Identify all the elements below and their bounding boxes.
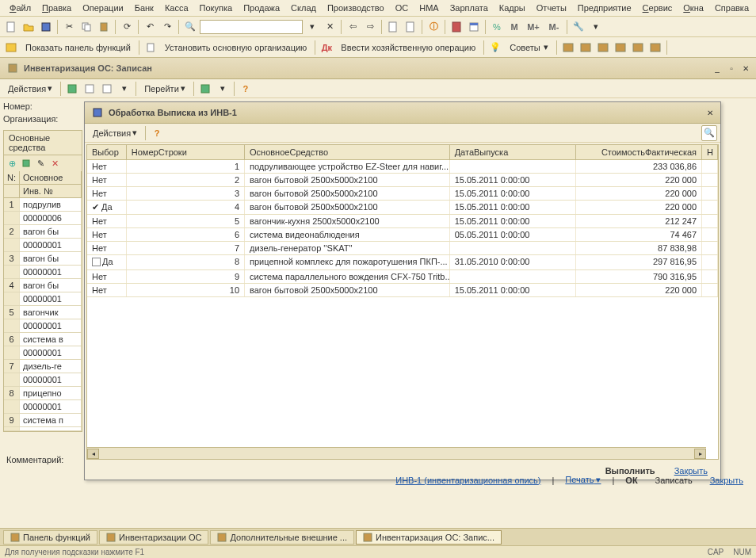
panel-icon[interactable] bbox=[3, 40, 19, 55]
table-row[interactable]: 9система п bbox=[4, 414, 82, 427]
table-row[interactable]: 8прицепно bbox=[4, 387, 82, 400]
table-row[interactable]: 00000001 bbox=[4, 319, 82, 333]
table-row[interactable]: 00000001 bbox=[4, 266, 82, 279]
dropdown-icon[interactable]: ▾ bbox=[304, 19, 320, 35]
undo-icon[interactable]: ↶ bbox=[142, 19, 158, 35]
add-icon[interactable]: ⊕ bbox=[6, 157, 18, 170]
menu-bank[interactable]: Банк bbox=[130, 2, 158, 14]
menu-edit[interactable]: Правка bbox=[37, 2, 76, 14]
grid-row[interactable]: Нет9система параллельного вождения CFX-7… bbox=[87, 270, 718, 284]
menu-file[interactable]: Файл bbox=[5, 2, 36, 14]
table-row[interactable] bbox=[4, 427, 82, 431]
mem-plus-icon[interactable]: M+ bbox=[524, 19, 543, 35]
save-icon[interactable] bbox=[38, 19, 54, 35]
actions-dropdown[interactable]: Действия ▾ bbox=[3, 82, 57, 95]
checklist-icon[interactable] bbox=[197, 81, 213, 97]
col-extra[interactable]: Н bbox=[702, 145, 718, 159]
menu-staff[interactable]: Кадры bbox=[494, 2, 530, 14]
doc2-icon[interactable] bbox=[403, 19, 418, 35]
nav-fwd-icon[interactable]: ⇨ bbox=[362, 19, 378, 35]
table-row[interactable]: 5вагончик bbox=[4, 306, 82, 319]
bulb-icon[interactable]: 💡 bbox=[487, 40, 503, 55]
col-asset[interactable]: ОсновноеСредство bbox=[245, 145, 450, 159]
maximize-button[interactable]: ▫ bbox=[726, 63, 737, 74]
grid-row[interactable]: ✔ Да4вагон бытовой 2500x5000x210015.05.2… bbox=[87, 201, 718, 215]
ext1-icon[interactable] bbox=[560, 40, 576, 55]
col-cost[interactable]: СтоимостьФактическая bbox=[576, 145, 702, 159]
delete-icon[interactable]: ✕ bbox=[48, 157, 61, 170]
dialog-close-button[interactable]: ✕ bbox=[704, 107, 716, 118]
menu-salary[interactable]: Зарплата bbox=[445, 2, 493, 14]
scroll-right-icon[interactable]: ▸ bbox=[694, 449, 706, 459]
menu-service[interactable]: Сервис bbox=[638, 2, 678, 14]
menu-nma[interactable]: НМА bbox=[414, 2, 443, 14]
org-icon[interactable] bbox=[143, 40, 158, 55]
table-row[interactable]: 1подрулив bbox=[4, 198, 82, 212]
cut-icon[interactable]: ✂ bbox=[61, 19, 77, 35]
ext5-icon[interactable] bbox=[630, 40, 646, 55]
menu-purchase[interactable]: Покупка bbox=[195, 2, 238, 14]
dropdown-icon[interactable]: ▾ bbox=[116, 81, 132, 97]
dropdown-icon[interactable]: ▾ bbox=[215, 81, 231, 97]
dropdown-icon[interactable]: ▾ bbox=[588, 19, 604, 35]
clear-icon[interactable]: ✕ bbox=[322, 19, 338, 35]
action1-icon[interactable] bbox=[64, 81, 80, 97]
save-button[interactable]: Записать bbox=[649, 474, 699, 487]
search-icon[interactable]: 🔍 bbox=[182, 19, 198, 35]
table-row[interactable]: 6система в bbox=[4, 333, 82, 346]
calc-icon[interactable] bbox=[449, 19, 464, 35]
inv1-link[interactable]: ИНВ-1 (инвентаризационная опись) bbox=[389, 474, 547, 487]
ext4-icon[interactable] bbox=[613, 40, 628, 55]
percent-icon[interactable]: % bbox=[489, 19, 505, 35]
mem-minus-icon[interactable]: M- bbox=[544, 19, 563, 35]
table-row[interactable]: 2вагон бы bbox=[4, 225, 82, 239]
col-select[interactable]: Выбор bbox=[87, 145, 127, 159]
paste-icon[interactable] bbox=[96, 19, 112, 35]
horizontal-scrollbar[interactable]: ◂ ▸ bbox=[87, 447, 706, 459]
grid-row[interactable]: Нет6система видеонаблюдения05.05.2011 0:… bbox=[87, 228, 718, 242]
taskbar-button[interactable]: Панель функций bbox=[3, 530, 97, 545]
tips-button[interactable]: Советы ▾ bbox=[505, 40, 552, 54]
table-row[interactable]: 3вагон бы bbox=[4, 252, 82, 266]
edit-icon[interactable]: ✎ bbox=[34, 157, 47, 170]
copy-icon[interactable] bbox=[78, 19, 94, 35]
tab-main-assets[interactable]: Основные средства bbox=[3, 130, 82, 155]
calendar-icon[interactable] bbox=[466, 19, 482, 35]
set-main-org-button[interactable]: Установить основную организацию bbox=[160, 41, 312, 54]
search2-icon[interactable]: 🔍 bbox=[701, 125, 717, 141]
scroll-left-icon[interactable]: ◂ bbox=[87, 449, 99, 459]
mem-icon[interactable]: M bbox=[506, 19, 522, 35]
grid-row[interactable]: Нет7дизель-генератор ''SKAT''87 838,98 bbox=[87, 242, 718, 255]
print-button[interactable]: Печать ▾ bbox=[559, 473, 607, 487]
search-input[interactable] bbox=[200, 20, 303, 34]
action2-icon[interactable] bbox=[82, 81, 97, 97]
help-icon[interactable]: ? bbox=[238, 81, 254, 97]
minimize-button[interactable]: _ bbox=[712, 63, 723, 74]
info-icon[interactable]: ⓘ bbox=[426, 19, 441, 35]
menu-help[interactable]: Справка bbox=[710, 2, 754, 14]
open-icon[interactable] bbox=[21, 19, 36, 35]
enter-operation-button[interactable]: Ввести хозяйственную операцию bbox=[336, 41, 480, 54]
doc-icon[interactable] bbox=[385, 19, 401, 35]
new-icon[interactable] bbox=[3, 19, 19, 35]
col-date[interactable]: ДатаВыпуска bbox=[450, 145, 576, 159]
ext3-icon[interactable] bbox=[595, 40, 611, 55]
ext2-icon[interactable] bbox=[578, 40, 594, 55]
close-button[interactable]: ✕ bbox=[740, 63, 751, 74]
menu-production[interactable]: Производство bbox=[323, 2, 389, 14]
table-row[interactable]: 00000006 bbox=[4, 212, 82, 225]
grid-row[interactable]: Нет10вагон бытовой 2500x5000x210015.05.2… bbox=[87, 284, 718, 297]
table-row[interactable]: 00000001 bbox=[4, 373, 82, 387]
grid-row[interactable]: Да8прицепной комплекс для пожаротушения … bbox=[87, 255, 718, 270]
table-row[interactable]: 00000001 bbox=[4, 239, 82, 252]
goto-dropdown[interactable]: Перейти ▾ bbox=[139, 82, 190, 95]
table-row[interactable]: 4вагон бы bbox=[4, 279, 82, 292]
taskbar-button[interactable]: Инвентаризация ОС: Запис... bbox=[356, 530, 502, 545]
table-row[interactable]: 00000001 bbox=[4, 292, 82, 306]
redo-icon[interactable]: ↷ bbox=[159, 19, 175, 35]
action3-icon[interactable] bbox=[99, 81, 115, 97]
close-button[interactable]: Закрыть bbox=[704, 474, 750, 487]
nav-back-icon[interactable]: ⇦ bbox=[345, 19, 361, 35]
menu-cash[interactable]: Касса bbox=[160, 2, 193, 14]
menu-warehouse[interactable]: Склад bbox=[286, 2, 321, 14]
